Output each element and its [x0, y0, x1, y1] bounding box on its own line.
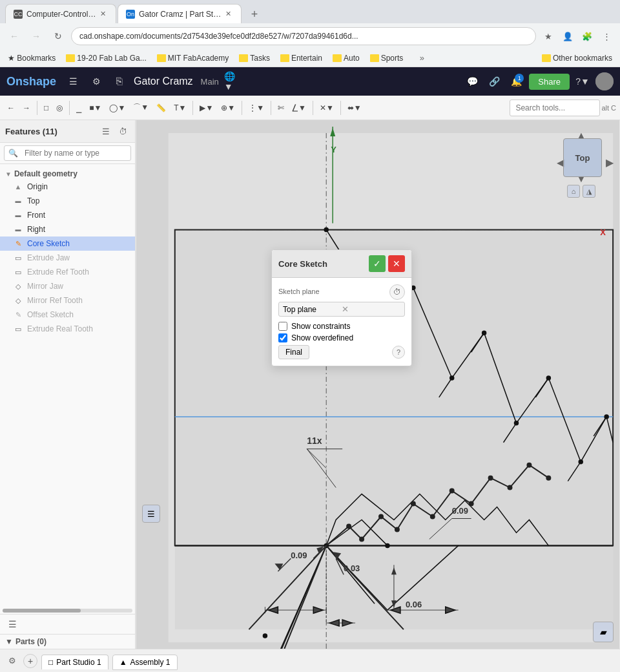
- show-overdefined-checkbox[interactable]: [278, 333, 287, 342]
- clear-plane-btn[interactable]: ✕: [342, 304, 400, 314]
- bm-auto[interactable]: Auto: [330, 52, 362, 64]
- feature-core-sketch-label: Core Sketch: [27, 239, 70, 248]
- dialog-cancel-btn[interactable]: ✕: [388, 255, 405, 272]
- x-axis-label: X: [600, 227, 606, 237]
- menu-icon[interactable]: ⋮: [598, 28, 615, 45]
- feature-right[interactable]: ▬ Right: [0, 222, 135, 236]
- dim-0.09-left: 0.09: [291, 551, 307, 560]
- address-input[interactable]: cad.onshape.com/documents/2d7543de39efce…: [71, 27, 536, 45]
- feature-top[interactable]: ▬ Top: [0, 194, 135, 208]
- reload-btn[interactable]: ↻: [49, 27, 67, 45]
- dialog-body: Sketch plane ⏱ Top plane ✕ Show constrai…: [272, 278, 411, 366]
- share-link-btn[interactable]: 🔗: [485, 72, 503, 90]
- extension-icon[interactable]: 🧩: [579, 28, 595, 45]
- shape-btn[interactable]: ■▼: [86, 99, 105, 117]
- bm-fablab[interactable]: 19-20 Fab Lab Ga...: [63, 52, 149, 64]
- tab1-close[interactable]: ✕: [98, 9, 108, 19]
- bottom-settings-icon[interactable]: ⚙: [5, 654, 19, 668]
- select-btn[interactable]: ⬌▼: [344, 99, 365, 117]
- sketch-viewport[interactable]: 11x 0.09 0.09 0.03: [136, 120, 620, 649]
- new-tab-btn[interactable]: +: [245, 5, 264, 23]
- feature-core-sketch[interactable]: ✎ Core Sketch: [0, 236, 135, 251]
- sketch-plane-field[interactable]: Top plane ✕: [278, 302, 405, 317]
- view-house-icon[interactable]: ⌂: [567, 185, 580, 198]
- bookmark-star-icon[interactable]: ★: [540, 28, 557, 45]
- parts-group[interactable]: ▼ Parts (0): [0, 634, 135, 649]
- chat-btn[interactable]: 💬: [463, 72, 481, 90]
- tab2-close[interactable]: ✕: [223, 9, 233, 19]
- feature-offset-sketch[interactable]: ✎ Offset Sketch: [0, 308, 135, 322]
- bm-bookmarks[interactable]: ★ Bookmarks: [5, 52, 58, 64]
- measure-btn[interactable]: 📏: [153, 99, 169, 117]
- circle-btn[interactable]: ◯▼: [106, 99, 129, 117]
- bm-fabacademy[interactable]: MIT FabAcademy: [154, 52, 231, 64]
- help-btn[interactable]: ?: [392, 346, 405, 359]
- add-tab-btn[interactable]: +: [23, 654, 37, 668]
- fp-scrollbar[interactable]: [3, 609, 132, 613]
- feature-extrude-ref-tooth[interactable]: ▭ Extrude Ref Tooth: [0, 265, 135, 279]
- help-btn[interactable]: ?▼: [574, 72, 592, 90]
- feature-extrude-jaw[interactable]: ▭ Extrude Jaw: [0, 251, 135, 265]
- undo-btn[interactable]: ←: [4, 99, 18, 117]
- bm-sports[interactable]: Sports: [367, 52, 406, 64]
- feature-extrude-real-tooth[interactable]: ▭ Extrude Real Tooth: [0, 322, 135, 336]
- fp-filter-input[interactable]: [21, 145, 127, 161]
- view-perspective-icon[interactable]: ◮: [583, 185, 595, 198]
- transform-btn[interactable]: ⊕▼: [218, 99, 238, 117]
- fp-header-icons: ☰ ⏱: [99, 124, 130, 138]
- feature-mirror-ref-tooth[interactable]: ◇ Mirror Ref Tooth: [0, 293, 135, 308]
- user-avatar[interactable]: [595, 72, 614, 90]
- notification-btn[interactable]: 🔔 1: [507, 72, 525, 90]
- top-plane-icon: ▬: [13, 196, 23, 206]
- extrude-real-tooth-icon: ▭: [13, 324, 23, 334]
- text-btn[interactable]: T▼: [170, 99, 189, 117]
- globe-btn[interactable]: 🌐▼: [224, 72, 242, 90]
- dimension-btn[interactable]: ⎳▼: [289, 99, 309, 117]
- pattern-btn[interactable]: ⋮▼: [245, 99, 267, 117]
- tab-1[interactable]: CC Computer-Controlled Cutting... ✕: [5, 4, 116, 23]
- share-button[interactable]: Share: [529, 74, 570, 90]
- assembly-tab[interactable]: ▲ Assembly 1: [112, 655, 178, 670]
- manage-btn[interactable]: ⎘: [110, 72, 129, 90]
- sketch-list-btn[interactable]: ☰: [142, 505, 160, 523]
- snapping-btn[interactable]: ◎: [53, 99, 66, 117]
- bm-tasks[interactable]: Tasks: [236, 52, 273, 64]
- fp-list-icon[interactable]: ☰: [5, 617, 19, 631]
- project-btn[interactable]: ▶▼: [196, 99, 216, 117]
- settings-btn[interactable]: ⚙: [87, 72, 105, 90]
- fp-collapse-icon[interactable]: ☰: [99, 124, 113, 138]
- profile-icon[interactable]: 👤: [559, 28, 576, 45]
- bm-more-icon[interactable]: »: [413, 50, 430, 67]
- show-constraints-checkbox[interactable]: [278, 322, 287, 331]
- bm-entertain[interactable]: Entertain: [278, 52, 325, 64]
- dialog-ok-btn[interactable]: ✓: [369, 255, 386, 272]
- back-btn[interactable]: ←: [5, 27, 23, 45]
- view-right-arrow[interactable]: ▶: [606, 156, 614, 169]
- history-btn[interactable]: ⏱: [389, 284, 405, 300]
- search-tools-input[interactable]: [510, 100, 600, 116]
- copy-btn[interactable]: □: [41, 99, 52, 117]
- hamburger-menu-btn[interactable]: ☰: [64, 72, 82, 90]
- trim-btn[interactable]: ✄: [274, 99, 287, 117]
- bm-other[interactable]: Other bookmarks: [539, 52, 615, 64]
- part-studio-tab[interactable]: □ Part Studio 1: [41, 655, 108, 669]
- constraint-btn[interactable]: ✕▼: [316, 99, 337, 117]
- feature-front-label: Front: [27, 211, 45, 220]
- feature-front[interactable]: ▬ Front: [0, 208, 135, 222]
- tab-2[interactable]: On Gator Cramz | Part Studio 1 ✕: [118, 4, 242, 23]
- feature-mirror-jaw[interactable]: ◇ Mirror Jaw: [0, 279, 135, 293]
- redo-btn[interactable]: →: [19, 99, 34, 117]
- bm-sports-icon: [370, 54, 379, 62]
- default-geometry-group[interactable]: ▼ Default geometry: [0, 167, 135, 180]
- feature-origin[interactable]: ▲ Origin: [0, 180, 135, 194]
- sketch-plane-value: Top plane: [283, 305, 342, 314]
- onshape-logo[interactable]: Onshape: [6, 75, 56, 89]
- view-cube-face[interactable]: Top: [563, 138, 602, 177]
- forward-btn[interactable]: →: [27, 27, 45, 45]
- fp-clock-icon[interactable]: ⏱: [116, 124, 130, 138]
- 3d-view-btn[interactable]: ▰: [593, 622, 614, 642]
- tab2-title: Gator Cramz | Part Studio 1: [139, 10, 223, 19]
- final-btn[interactable]: Final: [278, 345, 309, 359]
- arc-btn[interactable]: ⌒▼: [130, 99, 152, 117]
- line-btn[interactable]: ⎯: [73, 99, 85, 117]
